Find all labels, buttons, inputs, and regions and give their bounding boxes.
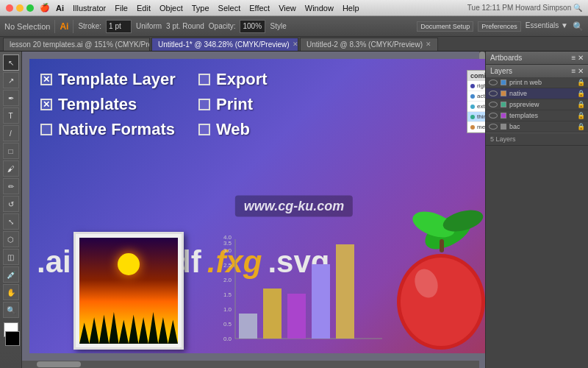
layer-row-templates[interactable]: templates 🔒	[486, 110, 588, 121]
artboards-header[interactable]: Artboards ≡ ✕	[486, 52, 588, 64]
doc-setup-button[interactable]: Document Setup	[417, 21, 473, 32]
lock-templates[interactable]: 🔒	[577, 112, 585, 119]
svg-rect-14	[440, 239, 444, 252]
lock-bac[interactable]: 🔒	[577, 123, 585, 130]
eyedropper-tool[interactable]: 💉	[3, 266, 19, 283]
svg-text:2.5: 2.5	[223, 262, 232, 269]
selection-tool[interactable]: No Selection	[4, 22, 50, 31]
tab-close-untitled1[interactable]: ✕	[293, 40, 298, 48]
scrollbar-h[interactable]	[22, 361, 479, 368]
tabs-bar: lesson 20 templates.ai @ 151% (CMYK/Prev…	[0, 37, 588, 52]
eye-print-n-web[interactable]	[489, 79, 498, 85]
brush-label: 3 pt. Round	[166, 22, 204, 30]
paintbrush-tool[interactable]: 🖌	[3, 160, 19, 177]
photo-trees	[79, 291, 178, 344]
comic-callout-panel: comic callot right ↩ active ↩	[467, 70, 485, 133]
menu-bar: 🍎 Ai Illustrator File Edit Object Type S…	[0, 0, 588, 16]
eye-templates[interactable]	[489, 113, 498, 118]
menu-illustrator[interactable]: Illustrator	[73, 4, 106, 13]
stroke-label: Stroke:	[78, 22, 101, 30]
apple-menu[interactable]: 🍎	[40, 3, 50, 13]
layer-row-print-n-web[interactable]: print n web 🔒	[486, 77, 588, 88]
layer-row-native[interactable]: native 🔒	[486, 88, 588, 99]
stroke-black[interactable]	[5, 331, 20, 346]
eye-bac[interactable]	[489, 124, 498, 130]
svg-text:3.5: 3.5	[223, 240, 232, 247]
checkbox-web[interactable]	[198, 124, 210, 135]
selection-tool-btn[interactable]: ↖	[3, 54, 19, 71]
type-tool[interactable]: T	[3, 107, 19, 124]
layer-row-bac[interactable]: bac 🔒	[486, 121, 588, 132]
layers-header[interactable]: Layers ≡ ✕	[486, 65, 588, 77]
tab-close-untitled2[interactable]: ✕	[426, 40, 431, 48]
callout-row-thin[interactable]: thin ↩	[467, 112, 485, 122]
svg-text:3.0: 3.0	[223, 247, 232, 254]
svg-text:2.0: 2.0	[223, 277, 232, 283]
pencil-tool[interactable]: ✏	[3, 178, 19, 194]
scrollbar-thumb-h[interactable]	[37, 361, 81, 367]
lock-native[interactable]: 🔒	[577, 90, 585, 97]
lock-print-n-web[interactable]: 🔒	[577, 79, 585, 86]
rotate-tool[interactable]: ↺	[3, 196, 19, 212]
toolbar: No Selection Ai Stroke: Uniform 3 pt. Ro…	[0, 16, 588, 37]
pen-tool[interactable]: ✒	[3, 90, 19, 106]
checkbox-export[interactable]	[198, 74, 210, 85]
opacity-input[interactable]	[240, 20, 265, 33]
artboard: Template Layer Templates Native Formats …	[29, 59, 485, 353]
checkbox-template-layer[interactable]	[40, 74, 52, 85]
preferences-button[interactable]: Preferences	[478, 21, 521, 32]
blend-tool[interactable]: ⬡	[3, 231, 19, 247]
menu-window[interactable]: Window	[305, 4, 334, 13]
gradient-tool[interactable]: ◫	[3, 249, 19, 265]
checkbox-templates[interactable]	[40, 99, 52, 110]
right-panel: Artboards ≡ ✕ Layers ≡ ✕ print n web 🔒 n…	[485, 52, 588, 368]
direct-selection-tool[interactable]: ↗	[3, 72, 19, 88]
layer-color-templates	[501, 113, 506, 118]
layer-label-pspreview: pspreview	[509, 101, 539, 108]
callout-row-active[interactable]: active ↩	[467, 91, 485, 102]
lock-pspreview[interactable]: 🔒	[577, 101, 585, 108]
layers-controls: ≡ ✕	[571, 67, 584, 75]
menu-select[interactable]: Select	[218, 4, 241, 13]
tab-untitled2[interactable]: Untitled-2 @ 8.3% (CMYK/Preview) ✕	[300, 38, 438, 51]
menu-object[interactable]: Object	[159, 4, 183, 13]
artboards-panel: Artboards ≡ ✕	[486, 52, 588, 65]
line-tool[interactable]: /	[3, 125, 19, 141]
layer-count: 5 Layers	[486, 132, 588, 145]
hand-tool[interactable]: ✋	[3, 284, 19, 300]
checklist-right: Export Print Web	[198, 70, 268, 145]
menu-view[interactable]: View	[279, 4, 296, 13]
checkbox-native-formats[interactable]	[40, 124, 52, 135]
label-template-layer: Template Layer	[58, 70, 176, 89]
os-dots	[6, 4, 34, 12]
tab-untitled1[interactable]: Untitled-1* @ 348.28% (CMYK/Preview) ✕	[151, 38, 298, 51]
menu-ai[interactable]: Ai	[56, 4, 64, 13]
canvas-area[interactable]: Template Layer Templates Native Formats …	[22, 52, 485, 368]
layer-row-pspreview[interactable]: pspreview 🔒	[486, 99, 588, 110]
checkbox-print[interactable]	[198, 99, 210, 110]
bar-1	[239, 314, 257, 339]
shape-tool[interactable]: □	[3, 143, 19, 159]
zoom-tool[interactable]: 🔍	[3, 302, 19, 318]
callout-row-extra-thin[interactable]: extra thin ↩	[467, 102, 485, 112]
tab-lesson[interactable]: lesson 20 templates.ai @ 151% (CMYK/Prev…	[3, 38, 150, 51]
menu-effect[interactable]: Effect	[249, 4, 270, 13]
ext-ai: .ai	[37, 244, 71, 280]
layers-label: Layers	[490, 67, 512, 75]
stroke-input[interactable]	[106, 20, 132, 33]
scale-tool[interactable]: ⤡	[3, 213, 19, 230]
eye-pspreview[interactable]	[489, 102, 498, 107]
photo-inner	[79, 238, 178, 344]
menu-help[interactable]: Help	[343, 4, 359, 13]
search-icon[interactable]: 🔍	[573, 21, 584, 32]
callout-row-right[interactable]: right ↩	[467, 81, 485, 91]
uniform-label: Uniform	[136, 22, 162, 30]
menu-edit[interactable]: Edit	[137, 4, 151, 13]
style-label: Style	[270, 22, 286, 30]
label-native-formats: Native Formats	[58, 120, 175, 139]
menu-file[interactable]: File	[115, 4, 128, 13]
callout-row-medium[interactable]: medium ↩	[467, 122, 485, 132]
eye-native[interactable]	[489, 91, 498, 96]
bar-chart: 0.0 0.5 1.0 1.5 2.0 2.5 3.0 3.5 4.0	[206, 232, 390, 350]
menu-type[interactable]: Type	[192, 4, 209, 13]
